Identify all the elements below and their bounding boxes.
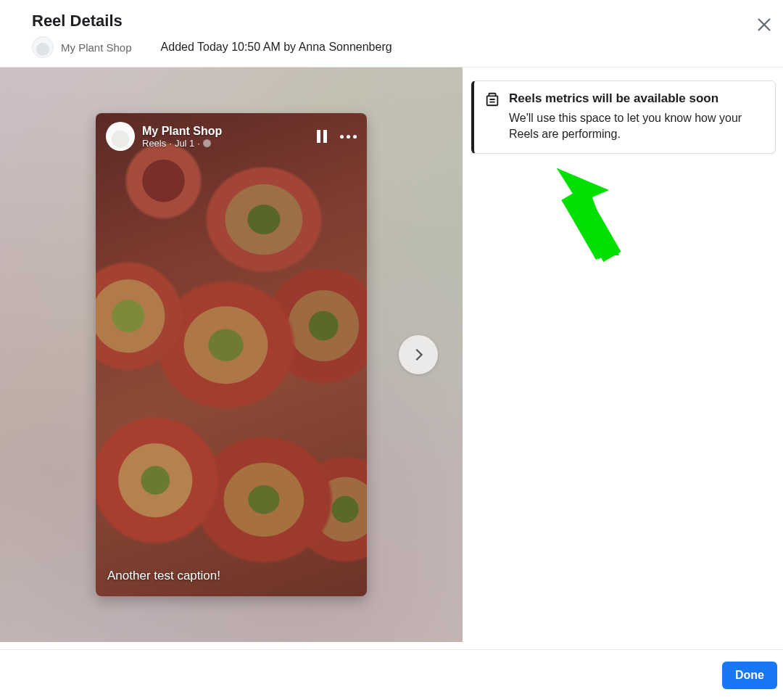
reel-account-avatar xyxy=(106,122,135,151)
reel-card[interactable]: My Plant Shop Reels · Jul 1 · Another te… xyxy=(96,113,367,596)
next-reel-button[interactable] xyxy=(399,335,438,374)
reel-title-box: My Plant Shop Reels · Jul 1 · xyxy=(142,124,222,149)
reel-account-name: My Plant Shop xyxy=(142,124,222,138)
close-button[interactable] xyxy=(754,15,774,35)
header: Reel Details My Plant Shop Added Today 1… xyxy=(0,0,783,67)
page-title: Reel Details xyxy=(32,12,751,30)
content-row: My Plant Shop Reels · Jul 1 · Another te… xyxy=(0,67,783,642)
chevron-right-icon xyxy=(410,347,426,363)
metrics-info-description: We'll use this space to let you know how… xyxy=(509,110,763,141)
reel-subline: Reels · Jul 1 · xyxy=(142,138,222,149)
shop-name: My Plant Shop xyxy=(61,41,132,54)
footer: Done xyxy=(0,649,783,700)
separator-dot: · xyxy=(197,138,200,149)
metrics-info-text: Reels metrics will be available soon We'… xyxy=(509,91,763,141)
metrics-info-card: Reels metrics will be available soon We'… xyxy=(471,81,776,154)
separator-dot: · xyxy=(169,138,172,149)
globe-icon xyxy=(203,139,211,147)
done-button[interactable]: Done xyxy=(722,662,777,689)
reel-preview-pane: My Plant Shop Reels · Jul 1 · Another te… xyxy=(0,67,463,642)
header-sub-row: My Plant Shop Added Today 10:50 AM by An… xyxy=(32,36,751,58)
reel-top-right xyxy=(317,130,357,143)
shop-avatar xyxy=(32,36,54,58)
metrics-info-title: Reels metrics will be available soon xyxy=(509,91,763,106)
pause-icon[interactable] xyxy=(317,130,327,143)
close-icon xyxy=(756,17,772,33)
reel-type-label: Reels xyxy=(142,138,166,149)
reel-caption: Another test caption! xyxy=(107,569,355,583)
metrics-pane: Reels metrics will be available soon We'… xyxy=(463,67,783,642)
more-options-icon[interactable] xyxy=(340,135,357,139)
reel-top-bar: My Plant Shop Reels · Jul 1 · xyxy=(106,122,357,151)
clipboard-icon xyxy=(484,91,500,107)
added-by-text: Added Today 10:50 AM by Anna Sonnenberg xyxy=(161,41,392,54)
reel-date-label: Jul 1 xyxy=(175,138,194,149)
